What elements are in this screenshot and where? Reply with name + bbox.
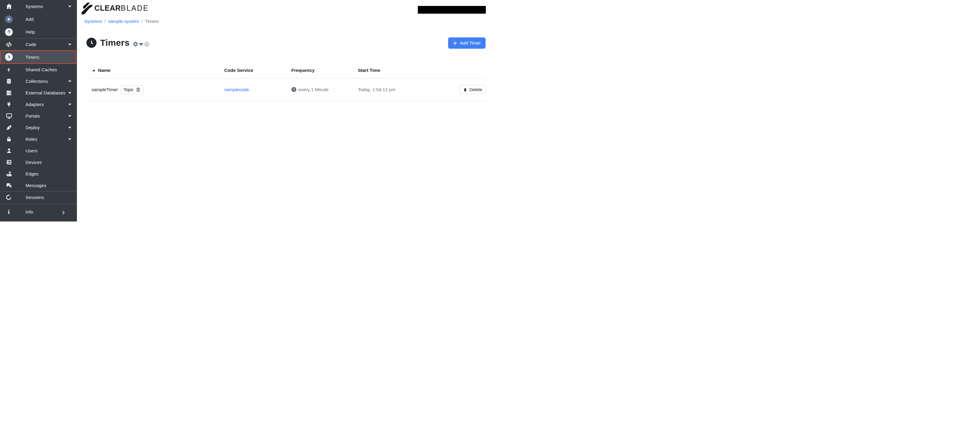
- lock-icon: [5, 136, 13, 143]
- page-title-row: Timers: [86, 38, 150, 48]
- timers-clock-icon: [86, 38, 97, 48]
- caret-down-icon: [68, 127, 71, 129]
- plug-icon: [5, 101, 13, 108]
- sort-ascending-icon[interactable]: [92, 70, 95, 71]
- circuit-icon: [5, 159, 13, 165]
- column-header-actions: [453, 68, 486, 73]
- sidebar-item-external-databases[interactable]: External Databases: [0, 87, 77, 98]
- caret-down-icon: [68, 44, 71, 45]
- delete-button-label: Delete: [469, 87, 482, 92]
- clearblade-logo[interactable]: CLEARBLADE: [81, 2, 149, 15]
- clipboard-copy-icon: [136, 87, 140, 92]
- sidebar-item-label: Devices: [25, 160, 42, 165]
- sidebar-item-add[interactable]: Add: [0, 13, 77, 25]
- sidebar-item-label: Deploy: [25, 125, 40, 130]
- router-icon: [5, 170, 13, 177]
- topic-button-label: Topic: [124, 87, 134, 92]
- plus-icon: [453, 41, 457, 45]
- sidebar-item-edges[interactable]: Edges: [0, 168, 77, 179]
- question-circle-icon: [5, 28, 13, 36]
- sidebar-item-label: Add: [25, 17, 33, 22]
- timers-table: Name Code Service Frequency Start Time s…: [85, 62, 486, 101]
- caret-down-icon: [139, 43, 143, 46]
- topic-button[interactable]: Topic: [121, 85, 143, 94]
- sidebar-item-label: Collections: [25, 79, 48, 84]
- add-timer-button[interactable]: Add Timer: [448, 37, 485, 49]
- clock-icon: [291, 87, 296, 92]
- sidebar-item-label: Shared Caches: [25, 67, 57, 72]
- sidebar-item-label: Roles: [25, 137, 37, 141]
- sidebar-item-timers[interactable]: Timers: [0, 50, 76, 64]
- sidebar-item-messages[interactable]: Messages: [0, 179, 77, 191]
- user-icon: [5, 148, 13, 154]
- help-icon[interactable]: [144, 41, 150, 47]
- sidebar-item-code[interactable]: Code: [0, 39, 77, 50]
- breadcrumb-current: Timers: [145, 19, 159, 24]
- delete-button[interactable]: Delete: [460, 85, 486, 94]
- sidebar-item-label: Users: [25, 148, 37, 153]
- column-header-start-time[interactable]: Start Time: [358, 68, 453, 73]
- timer-name: sampleTimer: [91, 87, 118, 92]
- column-header-label: Name: [98, 68, 110, 73]
- sidebar-item-adapters[interactable]: Adapters: [0, 98, 77, 110]
- sidebar-item-label: Adapters: [25, 102, 44, 107]
- breadcrumb-link-systems[interactable]: Systems: [84, 19, 102, 24]
- sidebar: Systems Add Help Code Timers Shared Cach…: [0, 0, 77, 221]
- refresh-circle-icon: [5, 194, 13, 201]
- main-content: CLEARBLADE Systems / sample-system / Tim…: [77, 0, 490, 221]
- column-header-name[interactable]: Name: [85, 68, 224, 73]
- sidebar-item-sessions[interactable]: Sessions: [0, 192, 77, 203]
- sidebar-item-collections[interactable]: Collections: [0, 75, 77, 87]
- sidebar-item-deploy[interactable]: Deploy: [0, 122, 77, 133]
- rocket-icon: [5, 124, 13, 131]
- caret-down-icon: [68, 92, 71, 94]
- sidebar-item-info[interactable]: Info: [0, 204, 77, 221]
- sidebar-item-help[interactable]: Help: [0, 25, 77, 38]
- frequency-text: every 1 Minute: [299, 87, 329, 92]
- breadcrumb: Systems / sample-system / Timers: [84, 19, 159, 24]
- sidebar-item-portals[interactable]: Portals: [0, 110, 77, 122]
- sidebar-item-users[interactable]: Users: [0, 145, 77, 156]
- code-service-link[interactable]: samplecode: [224, 87, 249, 92]
- home-icon: [5, 3, 13, 10]
- brand-name-light: BLADE: [121, 4, 149, 13]
- sidebar-item-devices[interactable]: Devices: [0, 156, 77, 168]
- caret-down-icon: [68, 115, 71, 117]
- trash-icon: [463, 87, 468, 92]
- database-icon: [5, 78, 13, 85]
- code-icon: [5, 41, 13, 48]
- start-time-cell: Today, 1:54:12 pm: [358, 87, 453, 92]
- page-title: Timers: [100, 38, 129, 48]
- settings-menu-button[interactable]: [133, 41, 143, 47]
- info-icon: [5, 209, 13, 215]
- code-service-cell: samplecode: [224, 87, 291, 92]
- plus-circle-icon: [5, 16, 13, 23]
- chevron-right-icon: [61, 211, 66, 215]
- sidebar-item-label: Sessions: [25, 195, 44, 200]
- breadcrumb-link-sample-system[interactable]: sample-system: [108, 19, 139, 24]
- add-timer-button-label: Add Timer: [460, 40, 481, 46]
- clearblade-logo-icon: [81, 2, 92, 15]
- breadcrumb-separator: /: [104, 19, 105, 24]
- sidebar-item-label: Messages: [25, 183, 46, 188]
- frequency-cell: every 1 Minute: [291, 87, 358, 92]
- actions-cell: Delete: [453, 85, 486, 94]
- sidebar-item-label: Help: [25, 29, 35, 35]
- sidebar-item-shared-caches[interactable]: Shared Caches: [0, 64, 77, 75]
- sidebar-item-systems[interactable]: Systems: [0, 0, 77, 13]
- caret-down-icon: [68, 104, 71, 105]
- lightning-icon: [5, 67, 13, 73]
- gear-icon: [133, 41, 138, 47]
- sidebar-item-roles[interactable]: Roles: [0, 133, 77, 145]
- sidebar-item-label: Code: [25, 42, 37, 47]
- caret-down-icon: [68, 81, 71, 82]
- caret-down-icon: [68, 6, 71, 8]
- sidebar-item-label: Timers: [25, 55, 39, 60]
- caret-down-icon: [68, 138, 71, 140]
- column-header-code-service[interactable]: Code Service: [224, 68, 291, 73]
- breadcrumb-separator: /: [142, 19, 143, 24]
- column-header-frequency[interactable]: Frequency: [291, 68, 358, 73]
- sidebar-item-label: External Databases: [25, 90, 66, 95]
- table-header-row: Name Code Service Frequency Start Time: [85, 62, 486, 78]
- sidebar-item-label: Edges: [25, 171, 38, 176]
